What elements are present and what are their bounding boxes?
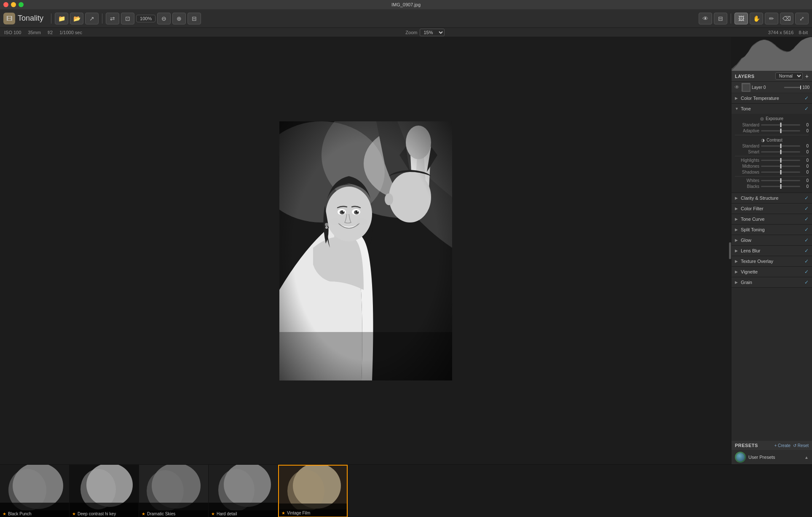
layer-visibility-button[interactable]: 👁 [734,84,740,90]
highlights-value: 0 [802,158,809,163]
film-item-black-punch[interactable]: ★ Black Punch [0,465,70,517]
exposure-adaptive-slider[interactable] [761,130,800,131]
layers-title: LAYERS [735,74,773,79]
expand-tool-button[interactable]: ⤢ [795,13,809,24]
main-photo [279,121,452,380]
shadows-slider[interactable] [761,171,800,173]
svg-rect-26 [743,84,750,91]
film-label-vintage: ★ Vintage Film [279,509,347,517]
photo-tool-button[interactable]: 🖼 [734,13,748,24]
contrast-standard-slider[interactable] [761,145,800,147]
presets-header: PRESETS + Create ↺ Reset [732,441,812,450]
zoom-control: Zoom 15% 25% 50% 100% [405,29,445,36]
grain-header[interactable]: ▶ Grain ✓ [732,277,812,287]
contrast-smart-slider[interactable] [761,151,800,153]
image-dimensions: 3744 x 5616 8-bit [768,30,808,35]
film-item-hard-detail[interactable]: ★ Hard detail [209,465,278,517]
zoom-out-button[interactable]: ⊖ [157,13,171,24]
pen-tool-button[interactable]: ✏ [765,13,778,24]
zoom-fit-button[interactable]: ⊟ [188,13,201,24]
contrast-standard-row: Standard 0 [735,144,809,148]
color-filter-section: ▶ Color Filter ✓ [732,204,812,214]
fullscreen-button[interactable] [19,2,24,7]
divider-1 [735,135,809,135]
reset-preset-button[interactable]: ↺ Reset [793,443,809,448]
filmstrip: ★ Black Punch ★ Deep contrast hi key ★ D… [0,464,812,517]
tone-curve-header[interactable]: ▶ Tone Curve ✓ [732,214,812,224]
color-temperature-header[interactable]: ▶ Color Temperature ✓ [732,93,812,103]
vignette-header[interactable]: ▶ Vignette ✓ [732,267,812,277]
zoom-in-button[interactable]: ⊕ [172,13,186,24]
layer-name: Layer 0 [752,85,783,90]
close-button[interactable] [3,2,8,7]
minimize-button[interactable] [11,2,16,7]
split-toning-chevron-icon: ▶ [735,228,739,232]
scroll-indicator [729,242,731,259]
divider-3 [735,176,809,177]
blacks-slider[interactable] [761,186,800,187]
zoom-select[interactable]: 15% 25% 50% 100% [420,29,445,36]
layers-mode-select[interactable]: Normal Multiply Screen Overlay [775,72,803,80]
create-preset-button[interactable]: + Create [774,443,791,448]
window-title: IMG_0907.jpg [391,2,421,7]
contrast-smart-value: 0 [802,150,809,154]
eraser-tool-button[interactable]: ⌫ [780,13,793,24]
open-file-button[interactable]: 📁 [55,13,68,24]
whites-label: Whites [735,178,759,183]
browse-button[interactable]: 📂 [70,13,83,24]
tone-controls: ◎ Exposure Standard 0 Adaptive [732,114,812,193]
hand-tool-button[interactable]: ✋ [750,13,763,24]
preview-button[interactable]: 👁 [699,13,712,24]
film-star-icon-2: ★ [72,512,76,516]
clarity-label: Clarity & Structure [741,196,803,201]
shuffle-button[interactable]: ⇄ [106,13,119,24]
layer-thumbnail [742,83,750,91]
highlights-slider[interactable] [761,160,800,161]
user-presets-row[interactable]: User Presets ▲ [732,450,812,464]
lens-blur-header[interactable]: ▶ Lens Blur ✓ [732,246,812,256]
app-logo: 🎞 Tonality [3,13,43,24]
film-name-3: Dramatic Skies [147,512,175,516]
share-button[interactable]: ↗ [85,13,99,24]
infobar: ISO 100 35mm f/2 1/1000 sec Zoom 15% 25%… [0,28,812,37]
film-star-icon: ★ [3,512,6,516]
split-toning-header[interactable]: ▶ Split Toning ✓ [732,225,812,235]
preset-expand-icon: ▲ [804,455,809,460]
app-name: Tonality [18,14,43,23]
midtones-value: 0 [802,164,809,169]
exposure-standard-row: Standard 0 [735,123,809,127]
texture-overlay-header[interactable]: ▶ Texture Overlay ✓ [732,256,812,266]
grain-section: ▶ Grain ✓ [732,277,812,288]
film-thumb-hard-detail [209,465,278,517]
histogram-chart [732,37,812,71]
contrast-standard-value: 0 [802,144,809,148]
midtones-slider[interactable] [761,166,800,167]
contrast-group-label: ◑ Contrast [735,138,809,142]
film-label-dramatic: ★ Dramatic Skies [139,510,208,517]
color-filter-chevron-icon: ▶ [735,206,739,211]
tone-check-icon: ✓ [804,106,809,112]
film-item-deep-contrast[interactable]: ★ Deep contrast hi key [70,465,139,517]
glow-header[interactable]: ▶ Glow ✓ [732,235,812,245]
clarity-section: ▶ Clarity & Structure ✓ [732,193,812,204]
compare-button[interactable]: ⊟ [714,13,727,24]
grain-chevron-icon: ▶ [735,280,739,284]
opacity-slider[interactable] [784,87,801,88]
vignette-label: Vignette [741,269,803,274]
vignette-section: ▶ Vignette ✓ [732,267,812,277]
exposure-standard-slider[interactable] [761,124,800,126]
fit-button[interactable]: ⊡ [121,13,134,24]
clarity-header[interactable]: ▶ Clarity & Structure ✓ [732,193,812,203]
whites-row: Whites 0 [735,178,809,183]
canvas-area[interactable] [0,37,731,464]
film-item-vintage[interactable]: ★ Vintage Film [278,465,348,517]
divider-2 [735,156,809,156]
whites-slider[interactable] [761,180,800,181]
tone-header[interactable]: ▼ Tone ✓ [732,104,812,114]
chevron-down-icon: ▼ [735,107,739,111]
color-filter-header[interactable]: ▶ Color Filter ✓ [732,204,812,214]
grain-check-icon: ✓ [804,279,809,285]
film-item-dramatic[interactable]: ★ Dramatic Skies [139,465,209,517]
add-layer-button[interactable]: + [805,73,809,80]
tone-curve-section: ▶ Tone Curve ✓ [732,214,812,225]
